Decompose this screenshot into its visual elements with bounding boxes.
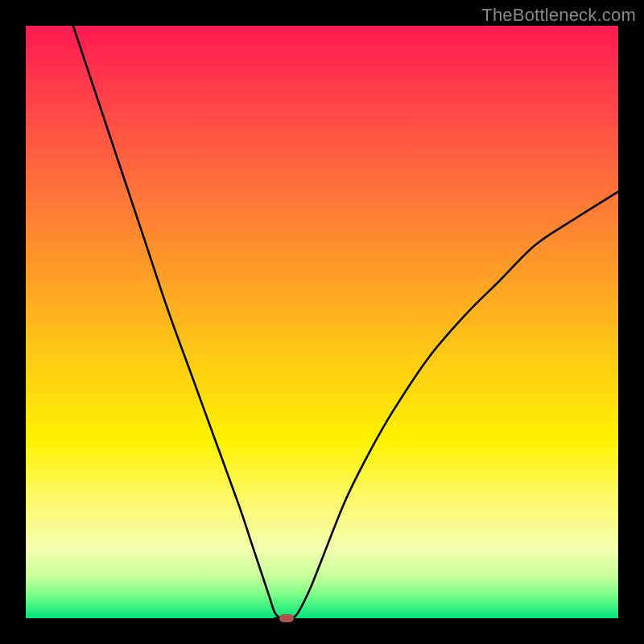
plot-area <box>26 26 618 618</box>
watermark-text: TheBottleneck.com <box>481 5 636 26</box>
bottleneck-curve <box>26 26 618 618</box>
optimum-marker <box>279 614 294 622</box>
chart-frame: TheBottleneck.com <box>0 0 644 644</box>
